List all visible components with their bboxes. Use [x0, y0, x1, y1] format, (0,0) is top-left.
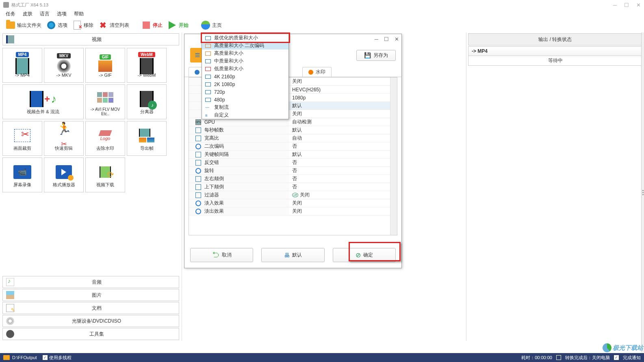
property-row[interactable]: 二次编码否 [189, 142, 397, 151]
tile-demux[interactable]: ♪ 分离器 [127, 84, 167, 119]
dropdown-item[interactable]: 高质量和大小 二次编码 [202, 42, 288, 50]
category-audio[interactable]: 音频 [2, 276, 179, 288]
dialog-minimize[interactable]: ─ [375, 36, 378, 42]
property-row[interactable]: 淡入效果关闭 [189, 199, 397, 207]
stop-icon [143, 22, 150, 29]
folder-icon [6, 22, 15, 29]
remove-icon [74, 21, 81, 30]
maximize-button[interactable]: ☐ [624, 2, 629, 8]
back-icon: ⮌ [212, 251, 219, 259]
category-video[interactable]: 视频 [2, 33, 179, 45]
task-row[interactable]: -> MP4 [468, 46, 642, 56]
save-as-button[interactable]: 💾 另存为 [356, 50, 396, 61]
dropdown-item[interactable]: 中质量和大小 [202, 57, 288, 65]
category-picture[interactable]: 图片 [2, 289, 179, 301]
start-button[interactable]: 开始 [166, 19, 190, 31]
menu-options[interactable]: 选项 [57, 11, 67, 17]
tools-icon [6, 330, 14, 338]
menubar: 任务 皮肤 语言 选项 帮助 [0, 10, 644, 18]
output-path[interactable]: D:\FFOutput [12, 355, 37, 360]
dropdown-item[interactable]: 〰复制流 [202, 103, 288, 111]
splitter[interactable] [641, 32, 644, 352]
property-row[interactable]: 左右颠倒否 [189, 175, 397, 183]
video-tab-icon [195, 70, 199, 75]
remove-button[interactable]: 移除 [71, 19, 95, 31]
tile-avi[interactable]: -> AVI FLV MOV Etc.. [85, 84, 125, 119]
statusbar-folder-icon[interactable] [3, 355, 10, 360]
tile-quickcut[interactable]: 🏃✂ 快速剪辑 [44, 121, 84, 156]
dropdown-item[interactable]: 低质量和大小 [202, 65, 288, 73]
tile-player[interactable]: 格式播放器 [44, 157, 84, 192]
tile-record[interactable]: 📹 屏幕录像 [2, 157, 42, 192]
category-disc[interactable]: 光驱设备\DVD\CD\ISO [2, 315, 179, 327]
gear-icon [47, 21, 55, 29]
dropdown-item[interactable]: 最优化的质量和大小 [202, 34, 288, 42]
property-row[interactable]: 每秒帧数默认 [189, 126, 397, 134]
x-icon: ✖ [100, 22, 107, 29]
tile-download[interactable]: ⟳ 视频下载 [85, 157, 125, 192]
menu-task[interactable]: 任务 [6, 11, 15, 17]
dialog-maximize[interactable]: ☐ [384, 36, 389, 42]
dropdown-item[interactable]: ≡自定义 [202, 111, 288, 119]
tab-watermark[interactable]: 水印 [302, 67, 332, 77]
play-icon [169, 21, 176, 29]
ok-button[interactable]: ⊘确定 [333, 248, 396, 262]
property-row[interactable]: 旋转否 [189, 167, 397, 175]
statusbar: D:\FFOutput ✓ 使用多线程 耗时：00:00:00 转换完成后：关闭… [0, 353, 644, 362]
property-row[interactable]: 上下颠倒否 [189, 183, 397, 191]
tile-gif[interactable]: GIF -> GIF [85, 48, 125, 83]
cancel-button[interactable]: ⮌取消 [190, 248, 253, 262]
dropdown-item[interactable]: 4K 2160p [202, 73, 288, 80]
left-panel: 视频 MP4 -> MP4 MKV -> MKV GIF -> GIF WebM… [0, 32, 182, 341]
property-row[interactable]: 反交错否 [189, 159, 397, 167]
category-document[interactable]: 文档 [2, 302, 179, 314]
dialog-close[interactable]: ✕ [395, 36, 399, 42]
notify-checkbox[interactable]: ✓ [614, 355, 619, 360]
tile-crop[interactable]: ✂ 画面裁剪 [2, 121, 42, 156]
dropdown-item[interactable]: 2K 1080p [202, 80, 288, 88]
site-watermark: 极光下载站 [603, 343, 643, 352]
property-row[interactable]: GPUGPU自动检测 [189, 118, 397, 126]
property-row[interactable]: 过滤器off关闭 [189, 191, 397, 199]
clear-button[interactable]: ✖ 清空列表 [97, 19, 131, 31]
picture-icon [6, 291, 14, 299]
elapsed-time: 耗时：00:00:00 [521, 355, 552, 361]
globe-icon [201, 21, 210, 30]
output-folder-button[interactable]: 输出文件夹 [4, 19, 43, 31]
video-grid: MP4 -> MP4 MKV -> MKV GIF -> GIF WebM ->… [0, 46, 182, 275]
watermark-tab-icon [308, 70, 313, 75]
shutdown-checkbox[interactable] [556, 355, 561, 360]
audio-icon [6, 278, 14, 286]
multithread-checkbox[interactable]: ✓ [43, 355, 48, 360]
dropdown-item[interactable]: 高质量和大小 [202, 50, 288, 57]
default-button[interactable]: 🖶默认 [261, 248, 324, 262]
tile-merge[interactable]: +♪ 视频合并 & 混流 [2, 84, 84, 119]
stop-button[interactable]: 停止 [140, 19, 164, 31]
tile-webm[interactable]: WebM -> WebM [127, 48, 167, 83]
home-button[interactable]: 主页 [199, 19, 223, 31]
tile-mkv[interactable]: MKV -> MKV [44, 48, 84, 83]
output-status-header: 输出 / 转换状态 [468, 33, 642, 45]
tile-mp4[interactable]: MP4 -> MP4 [2, 48, 42, 83]
disc-icon [6, 317, 14, 325]
check-icon: ⊘ [356, 251, 361, 259]
save-icon: 💾 [364, 52, 371, 58]
toolbar: 输出文件夹 选项 移除 ✖ 清空列表 停止 开始 主页 [0, 18, 644, 32]
close-button[interactable]: ✕ [636, 2, 641, 8]
dropdown-item[interactable]: 480p [202, 96, 288, 103]
right-panel: 输出 / 转换状态 -> MP4 等待中 [466, 32, 644, 341]
category-tools[interactable]: 工具集 [2, 328, 179, 340]
menu-help[interactable]: 帮助 [74, 11, 84, 17]
menu-skin[interactable]: 皮肤 [23, 11, 33, 17]
menu-language[interactable]: 语言 [40, 11, 50, 17]
dropdown-item[interactable]: 720p [202, 88, 288, 96]
watermark-icon [603, 343, 611, 352]
tile-delogolabel[interactable]: Logo 去除水印 [85, 121, 125, 156]
window-titlebar: 格式工厂 X64 5.13 ─ ☐ ✕ [0, 0, 644, 10]
property-row[interactable]: 淡出效果关闭 [189, 207, 397, 215]
property-row[interactable]: 关键帧间隔默认 [189, 151, 397, 159]
options-button[interactable]: 选项 [45, 19, 69, 31]
property-row[interactable]: 宽高比自动 [189, 134, 397, 142]
minimize-button[interactable]: ─ [613, 2, 617, 8]
tile-exportframe[interactable]: 导出帧 [127, 121, 167, 156]
